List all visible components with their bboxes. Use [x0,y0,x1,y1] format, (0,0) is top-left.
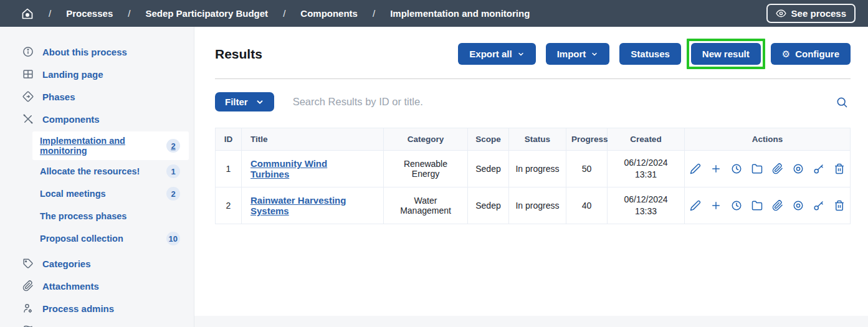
folder-icon[interactable] [751,163,763,174]
subnav-item-label: Allocate the resources! [40,166,140,176]
topbar: / Processes / Sedep Participatory Budget… [0,0,868,27]
filter-label: Filter [225,97,248,107]
subnav-item-allocate-the-resources[interactable]: Allocate the resources! 1 [32,160,189,182]
edit-icon[interactable] [690,163,701,174]
sidebar-item-moderations[interactable]: Moderations [0,320,194,327]
row-actions [690,200,845,211]
configure-button[interactable]: ⚙ Configure [771,43,851,65]
search-icon[interactable] [836,96,851,108]
subnav-item-label: Implementation and monitoring [40,136,166,156]
new-result-label: New result [702,49,750,59]
history-icon[interactable] [731,163,742,174]
sidebar-item-label: About this process [42,47,127,57]
home-icon[interactable] [21,7,34,20]
import-button[interactable]: Import [546,43,610,65]
breadcrumb-processes[interactable]: Processes [66,8,113,19]
history-icon[interactable] [731,200,742,211]
result-title-link[interactable]: Rainwater Harvesting Systems [250,195,346,216]
sidebar-item-phases[interactable]: Phases [0,85,194,108]
sidebar-item-attachments[interactable]: Attachments [0,275,194,297]
breadcrumb-components[interactable]: Components [300,8,358,19]
breadcrumb-separator: / [128,8,130,19]
subnav-item-label: The process phases [40,211,126,221]
count-badge: 2 [166,187,180,201]
count-badge: 2 [166,139,180,153]
breadcrumb-separator: / [283,8,285,19]
preview-icon[interactable] [793,200,804,211]
attachments-icon[interactable] [772,163,783,174]
page-title: Results [215,47,262,62]
subnav-item-label: Local meetings [40,189,106,199]
folder-icon[interactable] [751,200,763,211]
cell-status: In progress [509,187,566,224]
filter-button[interactable]: Filter [215,92,274,111]
cell-progress: 40 [566,187,608,224]
column-header-category: Category [384,128,468,151]
subnav-item-the-process-phases[interactable]: The process phases [32,205,189,227]
highlight-annotation-box: New result [687,39,765,69]
cell-category: Renewable Energy [384,151,468,187]
sidebar-item-process-admins[interactable]: Process admins [0,297,194,320]
sidebar-item-components[interactable]: Components [0,108,194,130]
breadcrumb-process-name[interactable]: Sedep Participatory Budget [145,8,268,19]
cell-scope: Sedep [468,151,509,187]
subnav-item-implementation-and-monitoring[interactable]: Implementation and monitoring 2 [32,131,189,160]
sidebar-item-landing-page[interactable]: Landing page [0,63,194,85]
export-all-button[interactable]: Export all [458,43,535,65]
sidebar-item-about-this-process[interactable]: About this process [0,40,194,63]
delete-icon[interactable] [834,200,845,211]
permissions-icon[interactable] [813,200,824,211]
sidebar-item-label: Process admins [42,303,114,314]
components-subnav: Implementation and monitoring 2 Allocate… [0,131,194,250]
configure-label: Configure [795,49,839,59]
table-header-row: ID Title Category Scope Status Progress … [216,128,851,151]
cell-created: 06/12/2024 13:33 [608,187,685,224]
cell-status: In progress [509,151,566,187]
cell-category: Water Management [384,187,468,224]
gear-icon: ⚙ [782,49,790,59]
permissions-icon[interactable] [813,163,824,174]
breadcrumb-current-component[interactable]: Implementation and monitoring [390,8,530,19]
see-process-label: See process [791,8,846,19]
table-row: 1 Community Wind Turbines Renewable Ener… [216,151,851,187]
see-process-button[interactable]: See process [766,4,856,23]
info-icon [22,46,34,57]
eye-icon [776,8,786,19]
sidebar-item-label: Landing page [42,69,103,80]
row-actions [690,163,845,174]
column-header-title: Title [242,128,384,151]
results-table: ID Title Category Scope Status Progress … [215,128,851,224]
column-header-status: Status [509,128,566,151]
cell-scope: Sedep [468,187,509,224]
subnav-item-proposal-collection[interactable]: Proposal collection 10 [32,227,189,250]
column-header-actions: Actions [685,128,851,151]
search-input[interactable] [293,96,817,108]
edit-icon[interactable] [690,200,701,211]
delete-icon[interactable] [834,163,845,174]
breadcrumb-separator: / [373,8,375,19]
layout-icon [22,69,34,80]
statuses-button[interactable]: Statuses [619,43,681,65]
chevron-down-icon [255,98,264,107]
add-icon[interactable] [710,163,722,174]
subnav-item-local-meetings[interactable]: Local meetings 2 [32,182,189,205]
sidebar: About this process Landing page Phases [0,27,194,327]
column-header-progress: Progress [566,128,608,151]
column-header-scope: Scope [468,128,509,151]
import-label: Import [557,49,586,59]
result-title-link[interactable]: Community Wind Turbines [250,158,327,179]
new-result-button[interactable]: New result [691,43,761,65]
cell-created: 06/12/2024 13:31 [608,151,685,187]
subnav-item-label: Proposal collection [40,234,123,244]
attachments-icon[interactable] [772,200,783,211]
sidebar-item-label: Categories [42,258,91,269]
breadcrumb: / Processes / Sedep Participatory Budget… [21,7,530,20]
add-icon[interactable] [710,200,722,211]
user-gear-icon [22,303,34,314]
count-badge: 1 [166,164,180,178]
sidebar-item-categories[interactable]: Categories [0,252,194,275]
statuses-label: Statuses [631,49,670,59]
chevron-down-icon [591,50,598,58]
preview-icon[interactable] [793,163,804,174]
column-header-created: Created [608,128,685,151]
